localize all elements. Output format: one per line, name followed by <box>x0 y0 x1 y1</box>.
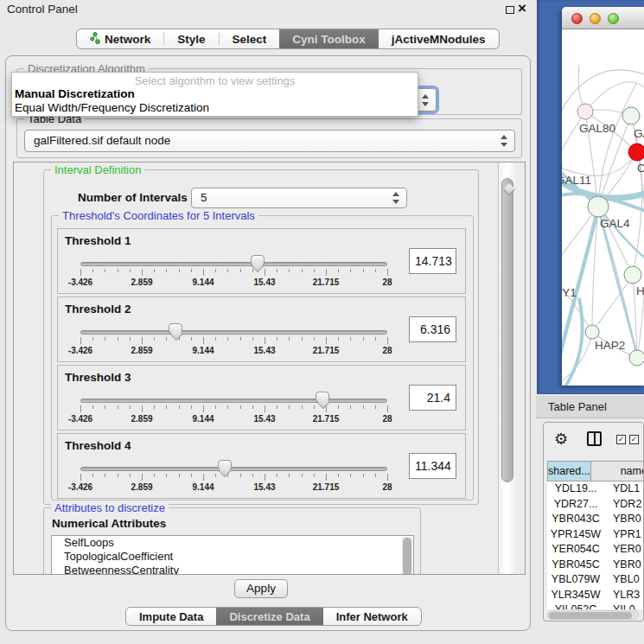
table-row[interactable]: YBL079W YBL0 <box>547 572 644 588</box>
number-of-intervals-value: 5 <box>201 191 207 204</box>
table-row[interactable]: YPR145W YPR1 <box>547 527 644 543</box>
algorithm-dropdown-popup: Select algorithm to view settings Manual… <box>11 72 418 117</box>
float-window-icon[interactable] <box>506 6 514 14</box>
number-of-intervals-combobox[interactable]: 5 <box>191 188 407 208</box>
table-row[interactable]: YIL052C YIL0 <box>547 603 644 609</box>
attributes-group: Attributes to discretize Numerical Attri… <box>43 507 421 575</box>
apply-button[interactable]: Apply <box>234 579 288 598</box>
list-scrollbar[interactable] <box>402 537 412 575</box>
checkbox-icon[interactable]: ✓ <box>616 435 626 444</box>
node-h[interactable] <box>624 266 641 284</box>
threshold-label: Threshold 4 <box>65 439 131 452</box>
tab-cyni-toolbox[interactable]: Cyni Toolbox <box>279 29 379 48</box>
tab-network[interactable]: Network <box>77 29 163 48</box>
tab-jactivemnodules[interactable]: jActiveMNodules <box>379 29 499 48</box>
attribute-list-item[interactable]: BetweennessCentrality <box>52 564 413 575</box>
combo-spinner-icon <box>392 192 400 204</box>
threshold-value-field[interactable]: 21.4 <box>409 385 456 411</box>
attribute-list-item[interactable]: SelfLoops <box>52 536 413 550</box>
threshold-slider[interactable]: -3.426 2.859 9.144 15.43 21.715 28 <box>80 253 387 293</box>
horizontal-scrollbar-thumb[interactable] <box>549 612 632 619</box>
vertical-scrollbar-thumb[interactable] <box>501 178 513 482</box>
control-panel-tabs: Network Style Select Cyni Toolbox jActiv… <box>76 29 500 49</box>
number-of-intervals-label: Number of Intervals <box>78 191 188 204</box>
vertical-scrollbar[interactable] <box>498 163 517 574</box>
node-bottom-right[interactable] <box>629 350 644 366</box>
slider-track[interactable] <box>80 467 387 471</box>
table-row[interactable]: YBR045C YBR0 <box>547 558 644 573</box>
algorithm-option-equal-width[interactable]: Equal Width/Frequency Discretization <box>12 101 418 115</box>
zoom-traffic-light-icon[interactable] <box>608 13 619 24</box>
table-row[interactable]: YDR27... YDR2 <box>547 497 644 513</box>
column-header-name[interactable]: name <box>591 462 644 481</box>
node-hap2[interactable] <box>585 325 599 339</box>
slider-ticks <box>80 337 387 346</box>
network-canvas[interactable]: GAL80 GA C GAL11 GAL4 GCY1 H HAP2 <box>562 30 644 386</box>
attribute-list-item[interactable]: TopologicalCoefficient <box>52 550 413 564</box>
threshold-value-field[interactable]: 6.316 <box>409 316 456 342</box>
network-window[interactable]: GAL80 GA C GAL11 GAL4 GCY1 H HAP2 <box>562 7 644 386</box>
slider-track[interactable] <box>80 330 387 335</box>
checkbox-icon[interactable]: ✓ <box>629 435 639 444</box>
node-label-clipped: C <box>637 162 644 175</box>
tab-style[interactable]: Style <box>164 29 218 48</box>
tab-infer-network[interactable]: Infer Network <box>323 608 421 625</box>
node-top-right[interactable] <box>622 107 640 124</box>
tab-discretize-data[interactable]: Discretize Data <box>216 608 322 625</box>
close-traffic-light-icon[interactable] <box>571 13 583 24</box>
slider-thumb-icon[interactable] <box>251 255 265 265</box>
slider-thumb-icon[interactable] <box>169 323 182 334</box>
node-gal4[interactable] <box>588 196 609 217</box>
settings-scrollpane: Interval Definition Number of Intervals … <box>13 162 526 575</box>
algorithm-option-manual[interactable]: Manual Discretization <box>12 87 418 101</box>
thresholds-group-title: Threshold's Coordinates for 5 Intervals <box>59 209 258 222</box>
table-data-combobox[interactable]: galFiltered.sif default node <box>24 130 515 152</box>
table-header-row: shared... name <box>547 461 644 481</box>
minimize-traffic-light-icon[interactable] <box>590 13 601 24</box>
node-label-gcy1: GCY1 <box>562 286 577 299</box>
network-graph <box>562 30 644 386</box>
slider-scale-labels: -3.426 2.859 9.144 15.43 21.715 28 <box>80 346 387 358</box>
slider-track[interactable] <box>80 399 387 403</box>
numerical-attributes-list[interactable]: SelfLoops TopologicalCoefficient Between… <box>51 535 414 575</box>
threshold-label: Threshold 3 <box>65 371 131 384</box>
algorithm-hint-option[interactable]: Select algorithm to view settings <box>12 73 418 87</box>
network-window-titlebar[interactable] <box>562 7 644 29</box>
combo-spinner-icon <box>501 135 508 147</box>
cyni-toolbox-panel: Discretization Algorithm Select algorith… <box>5 55 531 631</box>
gear-icon[interactable]: ⚙ <box>554 430 568 449</box>
threshold-value-field[interactable]: 14.713 <box>409 248 456 274</box>
horizontal-scrollbar[interactable] <box>547 610 639 620</box>
network-icon <box>90 32 100 47</box>
node-label-clipped: GA <box>634 127 644 140</box>
node-gal80[interactable] <box>577 104 593 119</box>
column-split-icon[interactable] <box>587 431 602 446</box>
column-header-shared-name[interactable]: shared... <box>548 462 591 481</box>
table-row[interactable]: YBR043C YBR0 <box>547 512 644 527</box>
table-row[interactable]: YLR345W YLR3 <box>547 588 644 603</box>
slider-track[interactable] <box>80 262 387 266</box>
table-data-selected: galFiltered.sif default node <box>34 134 170 147</box>
slider-ticks <box>80 269 387 277</box>
threshold-slider[interactable]: -3.426 2.859 9.144 15.43 21.715 28 <box>80 390 387 430</box>
table-row[interactable]: YDL19... YDL1 <box>547 481 644 497</box>
node-label-gal4: GAL4 <box>600 217 630 230</box>
interval-definition-title: Interval Definition <box>51 163 144 176</box>
threshold-slider[interactable]: -3.426 2.859 9.144 15.43 21.715 28 <box>80 458 387 498</box>
table-row[interactable]: YER054C YER0 <box>547 542 644 558</box>
attribute-items: SelfLoops TopologicalCoefficient Between… <box>52 536 413 575</box>
slider-scale-labels: -3.426 2.859 9.144 15.43 21.715 28 <box>80 277 387 290</box>
list-scrollbar-thumb[interactable] <box>403 538 411 575</box>
slider-thumb-icon[interactable] <box>316 392 329 402</box>
table-panel: ⚙ ✓ ✓ shared... name YDL19... YDL1 YDR27… <box>543 422 644 622</box>
tab-impute-data[interactable]: Impute Data <box>126 608 216 625</box>
table-panel-titlebar: Table Panel <box>536 396 644 418</box>
slider-thumb-icon[interactable] <box>218 460 232 470</box>
node-selected-red[interactable] <box>628 143 644 161</box>
numerical-attributes-label: Numerical Attributes <box>52 517 166 530</box>
close-icon[interactable]: × <box>518 0 526 17</box>
threshold-value-field[interactable]: 11.344 <box>409 453 456 479</box>
threshold-panel: Threshold 3 -3.426 2.859 9.144 15.43 21.… <box>57 365 466 430</box>
threshold-slider[interactable]: -3.426 2.859 9.144 15.43 21.715 28 <box>80 322 387 361</box>
tab-select[interactable]: Select <box>220 29 280 48</box>
